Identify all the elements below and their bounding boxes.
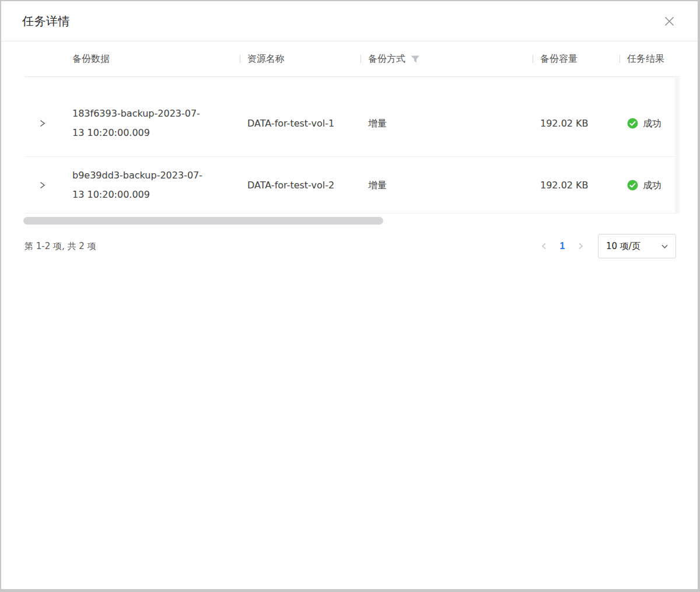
table-row: 183f6393-backup-2023-07-13 10:20:00.009 … [24,77,680,157]
header-backup-method: 备份方式 [360,53,533,65]
chevron-right-icon [38,181,47,190]
table-row: b9e39dd3-backup-2023-07-13 10:20:00.009 … [24,157,680,213]
pagination-summary: 第 1-2 项, 共 2 项 [24,241,96,252]
prev-page-button[interactable] [537,239,551,253]
chevron-right-icon [576,242,584,250]
header-task-result: 任务结果 [620,53,680,65]
dialog-title: 任务详情 [22,13,70,29]
expand-cell [24,119,72,128]
status-text: 成功 [643,114,662,133]
header-label: 备份数据 [72,53,110,65]
chevron-left-icon [540,242,548,250]
page-size-label: 10 项/页 [606,241,640,252]
status-text: 成功 [643,176,662,195]
horizontal-scrollbar-thumb[interactable] [23,217,383,225]
header-label: 备份方式 [368,53,405,65]
header-label: 任务结果 [627,53,664,65]
column-separator [360,55,361,63]
page-number-1[interactable]: 1 [555,241,570,251]
status-badge: 成功 [627,114,662,133]
backup-method-cell: 增量 [360,114,533,133]
header-resource-name: 资源名称 [240,53,360,65]
filter-icon[interactable] [411,55,420,63]
close-button[interactable] [662,13,677,29]
row-expand-button[interactable] [38,181,47,190]
success-check-icon [627,118,638,129]
header-backup-capacity: 备份容量 [533,53,620,65]
header-label: 资源名称 [247,53,285,65]
backup-task-table: 备份数据 资源名称 备份方式 备份容量 任务结 [24,41,680,213]
backup-data-cell: 183f6393-backup-2023-07-13 10:20:00.009 [72,104,240,142]
pagination-controls: 1 10 项/页 [537,234,676,258]
dialog-empty-area [1,258,698,589]
page-size-select[interactable]: 10 项/页 [598,234,676,258]
backup-method-cell: 增量 [360,176,533,195]
backup-data-cell: b9e39dd3-backup-2023-07-13 10:20:00.009 [72,166,240,204]
task-detail-dialog: 任务详情 备份数据 资源名称 备份方式 [0,0,700,592]
task-result-cell: 成功 [620,114,680,133]
pagination-bar: 第 1-2 项, 共 2 项 1 10 项/页 [24,234,676,258]
task-result-cell: 成功 [620,176,680,195]
header-backup-data: 备份数据 [72,53,240,65]
chevron-right-icon [38,119,47,128]
column-separator [533,55,533,63]
success-check-icon [627,180,638,191]
dialog-header: 任务详情 [1,1,698,41]
table-header-row: 备份数据 资源名称 备份方式 备份容量 任务结 [24,41,680,77]
vertical-scrollbar-track [675,78,680,213]
column-separator [620,55,620,63]
row-expand-button[interactable] [38,119,47,128]
backup-capacity-cell: 192.02 KB [533,114,620,133]
resource-name-cell: DATA-for-test-vol-1 [240,114,360,133]
resource-name-cell: DATA-for-test-vol-2 [240,176,360,195]
horizontal-scrollbar-track [23,217,698,225]
status-badge: 成功 [627,176,662,195]
backup-capacity-cell: 192.02 KB [533,176,620,195]
column-separator [240,55,240,63]
chevron-down-icon [661,243,668,250]
expand-cell [24,181,72,190]
close-icon [663,15,676,27]
header-label: 备份容量 [540,53,578,65]
next-page-button[interactable] [573,239,587,253]
